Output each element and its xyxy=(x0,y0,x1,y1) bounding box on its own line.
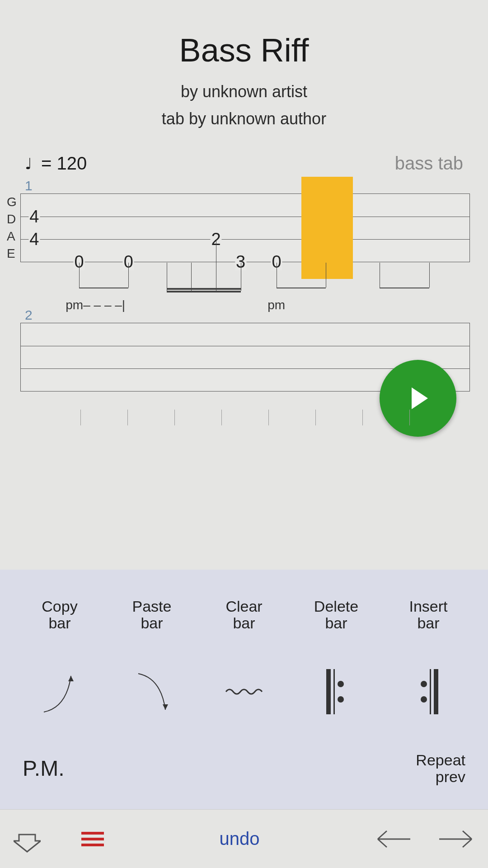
next-arrow-icon[interactable] xyxy=(438,828,474,850)
svg-rect-9 xyxy=(81,838,104,840)
bend-down-icon[interactable] xyxy=(110,667,193,717)
svg-point-5 xyxy=(421,696,427,703)
bar-number-1: 1 xyxy=(7,178,470,193)
copy-bar-button[interactable]: Copy bar xyxy=(18,598,101,632)
bottom-navigation-bar: undo xyxy=(0,809,488,868)
collapse-icon[interactable] xyxy=(14,826,41,853)
palm-mute-marker: pm xyxy=(267,298,285,312)
fret-note[interactable]: 4 xyxy=(28,208,40,225)
tempo-value: = 120 xyxy=(41,153,87,174)
song-title[interactable]: Bass Riff xyxy=(0,32,488,69)
svg-point-4 xyxy=(421,681,427,687)
string-label: E xyxy=(7,245,17,262)
stave-grid-1[interactable]: 4 4 0 0 2 3 0 xyxy=(20,193,470,262)
svg-rect-0 xyxy=(326,669,331,714)
paste-bar-button[interactable]: Paste bar xyxy=(110,598,193,632)
svg-rect-6 xyxy=(430,669,431,714)
editor-toolbar: Copy bar Paste bar Clear bar Delete bar … xyxy=(0,570,488,809)
string-label: G xyxy=(7,193,17,211)
quarter-note-icon: ♩ xyxy=(25,155,32,173)
prev-arrow-icon[interactable] xyxy=(375,828,411,850)
undo-button[interactable]: undo xyxy=(104,829,375,849)
svg-rect-10 xyxy=(81,844,104,846)
repeat-start-icon[interactable] xyxy=(295,667,378,717)
author-line[interactable]: tab by unknown author xyxy=(0,109,488,128)
svg-rect-1 xyxy=(333,669,335,714)
clear-bar-button[interactable]: Clear bar xyxy=(202,598,286,632)
svg-point-3 xyxy=(338,696,344,703)
menu-icon[interactable] xyxy=(81,831,104,847)
bend-up-icon[interactable] xyxy=(18,667,101,717)
stave-bar-2[interactable] xyxy=(7,323,470,392)
string-label: D xyxy=(7,211,17,228)
artist-line[interactable]: by unknown artist xyxy=(0,82,488,101)
repeat-end-icon[interactable] xyxy=(387,667,470,717)
string-names: G D A E xyxy=(7,193,20,262)
track-type-label[interactable]: bass tab xyxy=(395,153,463,174)
vibrato-icon[interactable] xyxy=(202,667,286,717)
repeat-prev-button[interactable]: Repeat prev xyxy=(416,752,465,786)
header-section: Bass Riff by unknown artist tab by unkno… xyxy=(0,0,488,128)
insert-bar-button[interactable]: Insert bar xyxy=(387,598,470,632)
stave-bar-1[interactable]: G D A E 4 4 0 0 2 3 0 xyxy=(7,193,470,262)
meta-row: ♩ = 120 bass tab xyxy=(0,128,488,178)
fret-note[interactable]: 4 xyxy=(28,231,40,248)
delete-bar-button[interactable]: Delete bar xyxy=(295,598,378,632)
palm-mute-marker: pm– – – –| xyxy=(66,298,125,312)
tempo-display[interactable]: ♩ = 120 xyxy=(25,153,87,174)
string-label: A xyxy=(7,228,17,245)
svg-point-2 xyxy=(338,681,344,687)
palm-mute-button[interactable]: P.M. xyxy=(23,757,64,781)
beam-group xyxy=(21,263,469,299)
tab-editor-area[interactable]: 1 G D A E 4 4 0 0 2 3 0 xyxy=(0,178,488,425)
beat-ticks xyxy=(25,410,452,425)
svg-rect-8 xyxy=(81,832,104,835)
svg-rect-7 xyxy=(434,669,438,714)
